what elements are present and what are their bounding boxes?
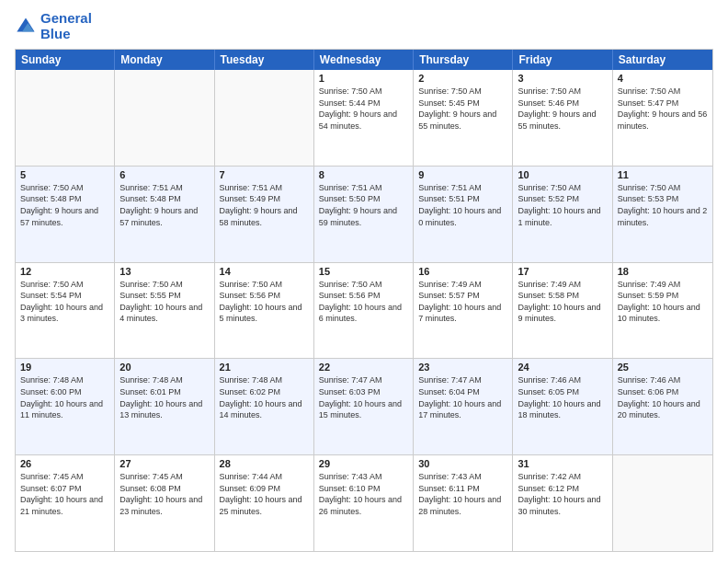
day-cell: 23Sunrise: 7:47 AMSunset: 6:04 PMDayligh… bbox=[414, 359, 513, 454]
day-number: 7 bbox=[220, 169, 309, 180]
day-info: Sunrise: 7:46 AMSunset: 6:06 PMDaylight:… bbox=[618, 374, 708, 420]
day-cell: 17Sunrise: 7:49 AMSunset: 5:58 PMDayligh… bbox=[513, 263, 612, 359]
day-cell: 14Sunrise: 7:50 AMSunset: 5:56 PMDayligh… bbox=[215, 263, 314, 359]
logo-text: General Blue bbox=[40, 11, 92, 41]
day-cell: 26Sunrise: 7:45 AMSunset: 6:07 PMDayligh… bbox=[16, 455, 115, 551]
day-header-saturday: Saturday bbox=[613, 50, 712, 70]
day-headers: SundayMondayTuesdayWednesdayThursdayFrid… bbox=[16, 50, 712, 70]
day-info: Sunrise: 7:51 AMSunset: 5:51 PMDaylight:… bbox=[418, 182, 507, 228]
day-number: 26 bbox=[20, 458, 109, 469]
day-number: 2 bbox=[418, 73, 507, 84]
day-number: 28 bbox=[220, 458, 309, 469]
day-info: Sunrise: 7:49 AMSunset: 5:59 PMDaylight:… bbox=[618, 279, 708, 325]
day-cell: 1Sunrise: 7:50 AMSunset: 5:44 PMDaylight… bbox=[314, 70, 414, 166]
day-cell: 31Sunrise: 7:42 AMSunset: 6:12 PMDayligh… bbox=[513, 455, 612, 551]
day-cell bbox=[16, 70, 115, 166]
day-number: 20 bbox=[119, 362, 209, 373]
day-cell: 18Sunrise: 7:49 AMSunset: 5:59 PMDayligh… bbox=[613, 263, 712, 359]
day-cell: 2Sunrise: 7:50 AMSunset: 5:45 PMDaylight… bbox=[414, 70, 513, 166]
day-cell bbox=[115, 70, 214, 166]
day-info: Sunrise: 7:50 AMSunset: 5:46 PMDaylight:… bbox=[518, 86, 607, 132]
day-header-thursday: Thursday bbox=[414, 50, 513, 70]
day-number: 25 bbox=[618, 362, 708, 373]
day-info: Sunrise: 7:44 AMSunset: 6:09 PMDaylight:… bbox=[220, 471, 309, 517]
day-number: 11 bbox=[618, 169, 708, 180]
day-info: Sunrise: 7:50 AMSunset: 5:56 PMDaylight:… bbox=[319, 279, 408, 325]
day-cell: 28Sunrise: 7:44 AMSunset: 6:09 PMDayligh… bbox=[215, 455, 314, 551]
day-number: 29 bbox=[319, 458, 408, 469]
day-cell: 19Sunrise: 7:48 AMSunset: 6:00 PMDayligh… bbox=[16, 359, 115, 454]
day-header-monday: Monday bbox=[115, 50, 214, 70]
day-number: 21 bbox=[220, 362, 309, 373]
day-number: 27 bbox=[119, 458, 209, 469]
day-number: 18 bbox=[618, 266, 708, 277]
day-number: 15 bbox=[319, 266, 408, 277]
day-number: 24 bbox=[518, 362, 607, 373]
day-cell: 20Sunrise: 7:48 AMSunset: 6:01 PMDayligh… bbox=[115, 359, 214, 454]
day-number: 8 bbox=[319, 169, 408, 180]
day-cell: 27Sunrise: 7:45 AMSunset: 6:08 PMDayligh… bbox=[115, 455, 214, 551]
day-cell: 16Sunrise: 7:49 AMSunset: 5:57 PMDayligh… bbox=[414, 263, 513, 359]
day-cell: 30Sunrise: 7:43 AMSunset: 6:11 PMDayligh… bbox=[414, 455, 513, 551]
day-cell: 22Sunrise: 7:47 AMSunset: 6:03 PMDayligh… bbox=[314, 359, 414, 454]
day-info: Sunrise: 7:51 AMSunset: 5:50 PMDaylight:… bbox=[319, 182, 408, 228]
week-row: 26Sunrise: 7:45 AMSunset: 6:07 PMDayligh… bbox=[16, 454, 712, 551]
day-cell bbox=[215, 70, 314, 166]
calendar-page: General Blue SundayMondayTuesdayWednesda… bbox=[0, 0, 728, 563]
day-header-sunday: Sunday bbox=[16, 50, 115, 70]
day-number: 31 bbox=[518, 458, 607, 469]
day-number: 10 bbox=[518, 169, 607, 180]
day-info: Sunrise: 7:50 AMSunset: 5:47 PMDaylight:… bbox=[618, 86, 708, 132]
day-cell: 9Sunrise: 7:51 AMSunset: 5:51 PMDaylight… bbox=[414, 167, 513, 262]
day-cell: 29Sunrise: 7:43 AMSunset: 6:10 PMDayligh… bbox=[314, 455, 414, 551]
day-info: Sunrise: 7:50 AMSunset: 5:44 PMDaylight:… bbox=[319, 86, 408, 132]
day-cell: 6Sunrise: 7:51 AMSunset: 5:48 PMDaylight… bbox=[115, 167, 214, 262]
day-info: Sunrise: 7:49 AMSunset: 5:58 PMDaylight:… bbox=[518, 279, 607, 325]
week-row: 19Sunrise: 7:48 AMSunset: 6:00 PMDayligh… bbox=[16, 358, 712, 454]
weeks-container: 1Sunrise: 7:50 AMSunset: 5:44 PMDaylight… bbox=[16, 70, 712, 551]
day-info: Sunrise: 7:50 AMSunset: 5:53 PMDaylight:… bbox=[618, 182, 708, 228]
day-number: 23 bbox=[418, 362, 507, 373]
day-info: Sunrise: 7:48 AMSunset: 6:00 PMDaylight:… bbox=[20, 374, 109, 420]
day-info: Sunrise: 7:50 AMSunset: 5:56 PMDaylight:… bbox=[220, 279, 309, 325]
day-info: Sunrise: 7:45 AMSunset: 6:08 PMDaylight:… bbox=[119, 471, 209, 517]
day-info: Sunrise: 7:51 AMSunset: 5:48 PMDaylight:… bbox=[119, 182, 209, 228]
day-cell: 5Sunrise: 7:50 AMSunset: 5:48 PMDaylight… bbox=[16, 167, 115, 262]
day-cell: 7Sunrise: 7:51 AMSunset: 5:49 PMDaylight… bbox=[215, 167, 314, 262]
day-number: 30 bbox=[418, 458, 507, 469]
day-info: Sunrise: 7:47 AMSunset: 6:03 PMDaylight:… bbox=[319, 374, 408, 420]
day-info: Sunrise: 7:50 AMSunset: 5:52 PMDaylight:… bbox=[518, 182, 607, 228]
day-number: 22 bbox=[319, 362, 408, 373]
day-info: Sunrise: 7:50 AMSunset: 5:55 PMDaylight:… bbox=[119, 279, 209, 325]
week-row: 12Sunrise: 7:50 AMSunset: 5:54 PMDayligh… bbox=[16, 262, 712, 359]
day-info: Sunrise: 7:42 AMSunset: 6:12 PMDaylight:… bbox=[518, 471, 607, 517]
day-cell: 12Sunrise: 7:50 AMSunset: 5:54 PMDayligh… bbox=[16, 263, 115, 359]
calendar-grid: SundayMondayTuesdayWednesdayThursdayFrid… bbox=[15, 49, 713, 552]
day-number: 9 bbox=[418, 169, 507, 180]
day-number: 3 bbox=[518, 73, 607, 84]
day-info: Sunrise: 7:48 AMSunset: 6:01 PMDaylight:… bbox=[119, 374, 209, 420]
day-info: Sunrise: 7:50 AMSunset: 5:54 PMDaylight:… bbox=[20, 279, 109, 325]
day-cell: 21Sunrise: 7:48 AMSunset: 6:02 PMDayligh… bbox=[215, 359, 314, 454]
day-cell: 4Sunrise: 7:50 AMSunset: 5:47 PMDaylight… bbox=[613, 70, 712, 166]
day-number: 6 bbox=[119, 169, 209, 180]
day-number: 12 bbox=[20, 266, 109, 277]
day-cell bbox=[613, 455, 712, 551]
day-header-tuesday: Tuesday bbox=[215, 50, 314, 70]
week-row: 5Sunrise: 7:50 AMSunset: 5:48 PMDaylight… bbox=[16, 166, 712, 262]
day-number: 14 bbox=[220, 266, 309, 277]
day-number: 16 bbox=[418, 266, 507, 277]
day-cell: 3Sunrise: 7:50 AMSunset: 5:46 PMDaylight… bbox=[513, 70, 612, 166]
day-cell: 25Sunrise: 7:46 AMSunset: 6:06 PMDayligh… bbox=[613, 359, 712, 454]
day-info: Sunrise: 7:51 AMSunset: 5:49 PMDaylight:… bbox=[220, 182, 309, 228]
day-cell: 10Sunrise: 7:50 AMSunset: 5:52 PMDayligh… bbox=[513, 167, 612, 262]
day-info: Sunrise: 7:50 AMSunset: 5:45 PMDaylight:… bbox=[418, 86, 507, 132]
day-info: Sunrise: 7:48 AMSunset: 6:02 PMDaylight:… bbox=[220, 374, 309, 420]
day-header-wednesday: Wednesday bbox=[314, 50, 414, 70]
day-info: Sunrise: 7:49 AMSunset: 5:57 PMDaylight:… bbox=[418, 279, 507, 325]
day-info: Sunrise: 7:43 AMSunset: 6:10 PMDaylight:… bbox=[319, 471, 408, 517]
day-number: 13 bbox=[119, 266, 209, 277]
day-info: Sunrise: 7:45 AMSunset: 6:07 PMDaylight:… bbox=[20, 471, 109, 517]
day-cell: 13Sunrise: 7:50 AMSunset: 5:55 PMDayligh… bbox=[115, 263, 214, 359]
day-number: 5 bbox=[20, 169, 109, 180]
